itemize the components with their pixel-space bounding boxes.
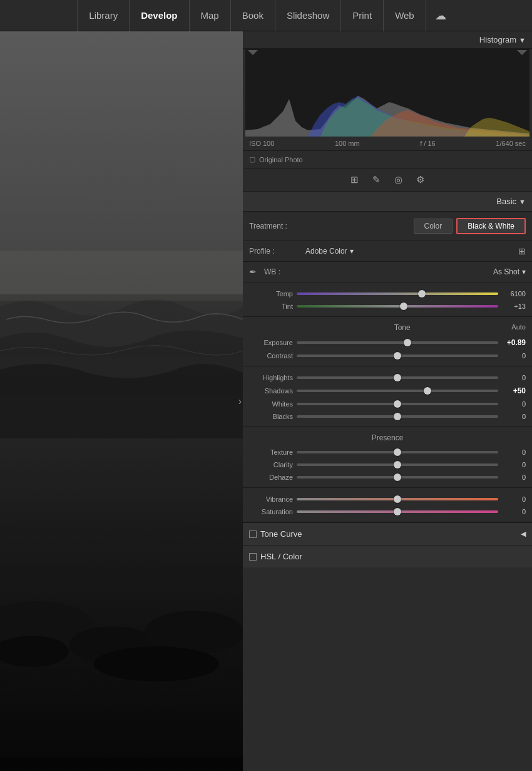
blacks-slider-thumb[interactable] xyxy=(394,413,401,420)
clarity-slider-thumb[interactable] xyxy=(394,461,401,468)
whites-slider-track[interactable] xyxy=(297,403,498,405)
wb-label: WB : xyxy=(264,267,280,276)
temp-value: 6100 xyxy=(502,290,526,298)
panel-expand-arrow[interactable]: › xyxy=(238,396,242,407)
radial-filter-icon[interactable]: ◎ xyxy=(394,174,402,185)
vibrance-label: Vibrance xyxy=(249,495,293,503)
tint-slider-thumb[interactable] xyxy=(400,303,407,310)
basic-title: Basic xyxy=(496,197,516,206)
temp-slider-thumb[interactable] xyxy=(418,290,426,298)
profile-row: Profile : Adobe Color ▾ ⊞ xyxy=(243,241,532,262)
whites-slider-thumb[interactable] xyxy=(394,400,401,408)
dehaze-label: Dehaze xyxy=(249,473,293,481)
shadows-slider-row: Shadows +50 xyxy=(243,384,532,398)
vibrance-saturation-section: Vibrance 0 Saturation 0 xyxy=(243,488,532,522)
clarity-slider-row: Clarity 0 xyxy=(243,458,532,471)
exif-aperture: f / 16 xyxy=(420,140,435,147)
clarity-value: 0 xyxy=(502,461,526,468)
hsl-title: HSL / Color xyxy=(260,552,302,561)
contrast-slider-track[interactable] xyxy=(297,354,498,357)
highlights-slider-thumb[interactable] xyxy=(394,374,401,381)
profile-grid-icon[interactable]: ⊞ xyxy=(518,246,526,256)
wb-dropdown-icon: ▾ xyxy=(522,267,526,276)
tool-icons-row: ⊞ ✎ ◎ ⚙ xyxy=(243,168,532,192)
clarity-label: Clarity xyxy=(249,461,293,468)
shadows-slider-track[interactable] xyxy=(297,390,498,392)
wb-row: ✒ WB : As Shot ▾ xyxy=(243,262,532,282)
heal-icon[interactable]: ✎ xyxy=(372,174,381,185)
shadows-slider-thumb[interactable] xyxy=(424,387,431,395)
blacks-slider-track[interactable] xyxy=(297,415,498,418)
contrast-value: 0 xyxy=(502,352,526,360)
histogram-display xyxy=(245,49,529,137)
basic-collapse-icon[interactable]: ▼ xyxy=(519,198,526,205)
right-panel: Histogram ▼ xyxy=(243,31,532,771)
temp-slider-track[interactable] xyxy=(297,292,498,295)
nav-slideshow[interactable]: Slideshow xyxy=(275,0,341,31)
basic-section-header: Basic ▼ xyxy=(243,192,532,212)
profile-dropdown-icon: ▾ xyxy=(350,247,354,256)
exposure-value: +0.89 xyxy=(502,338,526,347)
vibrance-slider-track[interactable] xyxy=(297,498,498,500)
contrast-slider-thumb[interactable] xyxy=(394,352,401,360)
nav-book[interactable]: Book xyxy=(231,0,275,31)
tint-slider-track[interactable] xyxy=(297,305,498,308)
tone-curve-collapse-icon[interactable]: ◀ xyxy=(521,530,526,538)
blacks-slider-row: Blacks 0 xyxy=(243,410,532,423)
top-nav: Library Develop Map Book Slideshow Print… xyxy=(0,0,532,31)
exif-shutter: 1/640 sec xyxy=(496,140,526,147)
clarity-slider-track[interactable] xyxy=(297,463,498,466)
highlights-slider-track[interactable] xyxy=(297,376,498,379)
histogram-header: Histogram ▼ xyxy=(243,31,532,49)
profile-label: Profile : xyxy=(249,247,299,256)
temp-slider-row: Temp 6100 xyxy=(243,287,532,300)
highlight-clip-triangle xyxy=(517,50,527,55)
tint-slider-row: Tint +13 xyxy=(243,300,532,313)
whites-label: Whites xyxy=(249,400,293,408)
tonal-section: Highlights 0 Shadows +50 Whites xyxy=(243,366,532,427)
exposure-slider-track[interactable] xyxy=(297,341,498,344)
dehaze-slider-track[interactable] xyxy=(297,476,498,479)
nav-web[interactable]: Web xyxy=(384,0,426,31)
contrast-slider-row: Contrast 0 xyxy=(243,349,532,362)
highlights-label: Highlights xyxy=(249,374,293,381)
nav-map[interactable]: Map xyxy=(190,0,231,31)
blacks-label: Blacks xyxy=(249,413,293,420)
treatment-color-button[interactable]: Color xyxy=(414,219,453,234)
exif-focal: 100 mm xyxy=(335,140,360,147)
vibrance-slider-thumb[interactable] xyxy=(394,495,401,503)
tone-auto-button[interactable]: Auto xyxy=(511,323,526,332)
blacks-value: 0 xyxy=(502,413,526,420)
saturation-slider-track[interactable] xyxy=(297,510,498,513)
hsl-square-icon xyxy=(249,553,257,561)
shadows-value: +50 xyxy=(502,386,526,395)
nav-print[interactable]: Print xyxy=(341,0,384,31)
exposure-slider-thumb[interactable] xyxy=(404,339,411,346)
exposure-label: Exposure xyxy=(249,339,293,346)
texture-slider-row: Texture 0 xyxy=(243,446,532,458)
histogram-collapse-icon[interactable]: ▼ xyxy=(519,36,526,44)
cloud-sync-icon[interactable]: ☁ xyxy=(426,0,455,31)
temp-slider-section: Temp 6100 Tint +13 xyxy=(243,282,532,317)
texture-slider-track[interactable] xyxy=(297,451,498,453)
wb-value[interactable]: As Shot ▾ xyxy=(493,267,526,276)
settings-icon[interactable]: ⚙ xyxy=(416,174,424,185)
vibrance-value: 0 xyxy=(502,495,526,503)
texture-slider-thumb[interactable] xyxy=(394,448,401,456)
eyedropper-icon[interactable]: ✒ xyxy=(249,267,257,277)
exif-row: ISO 100 100 mm f / 16 1/640 sec xyxy=(243,137,532,151)
nav-library[interactable]: Library xyxy=(77,0,130,31)
crop-icon[interactable]: ⊞ xyxy=(350,174,359,185)
dehaze-slider-thumb[interactable] xyxy=(394,473,401,481)
tone-curve-title: Tone Curve xyxy=(260,529,302,539)
photo-preview xyxy=(0,31,243,771)
contrast-label: Contrast xyxy=(249,352,293,360)
nav-develop[interactable]: Develop xyxy=(130,0,189,31)
saturation-slider-thumb[interactable] xyxy=(394,508,401,515)
exif-iso: ISO 100 xyxy=(249,140,274,147)
profile-value[interactable]: Adobe Color ▾ xyxy=(305,247,354,256)
treatment-row: Treatment : Color Black & White xyxy=(243,212,532,241)
treatment-bw-button[interactable]: Black & White xyxy=(456,218,526,234)
highlights-slider-row: Highlights 0 xyxy=(243,371,532,384)
highlights-value: 0 xyxy=(502,374,526,381)
